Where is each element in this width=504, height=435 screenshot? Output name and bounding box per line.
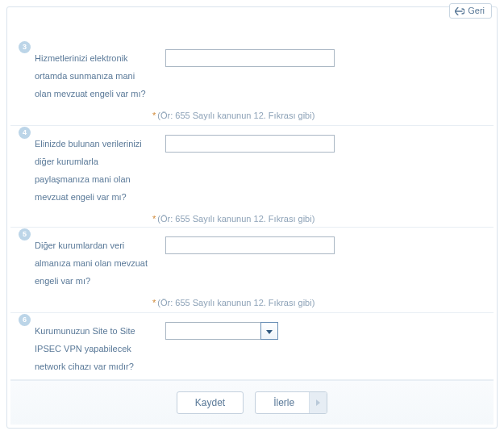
question-6-selected-value: [165, 322, 260, 340]
back-arrow-icon: [455, 7, 464, 15]
question-3-input[interactable]: [165, 49, 335, 67]
next-button[interactable]: İlerle: [255, 391, 327, 414]
chevron-right-icon: [309, 392, 327, 413]
question-3-hint-text: (Ör: 655 Sayılı kanunun 12. Fıkrası gibi…: [157, 111, 314, 120]
page: Geri 3 Hizmetlerinizi elektronik ortamda…: [0, 0, 504, 435]
save-button[interactable]: Kaydet: [177, 391, 244, 414]
question-6-number: 6: [19, 314, 31, 326]
question-3-label: Hizmetlerinizi elektronik ortamda sunman…: [35, 49, 152, 102]
question-4-number: 4: [19, 127, 31, 139]
question-5-hint: *(Ör: 655 Sayılı kanunun 12. Fıkrası gib…: [152, 298, 314, 307]
question-4-input[interactable]: [165, 135, 335, 153]
question-6-label: Kurumunuzun Site to Site IPSEC VPN yapab…: [35, 322, 152, 375]
form-panel: Geri 3 Hizmetlerinizi elektronik ortamda…: [6, 6, 498, 429]
required-asterisk: *: [152, 214, 156, 224]
chevron-down-icon: [266, 324, 273, 338]
back-label: Geri: [468, 6, 485, 15]
question-6-select[interactable]: [165, 322, 278, 340]
question-3-hint: *(Ör: 655 Sayılı kanunun 12. Fıkrası gib…: [152, 111, 314, 120]
question-4-hint: *(Ör: 655 Sayılı kanunun 12. Fıkrası gib…: [152, 214, 314, 224]
required-asterisk: *: [152, 111, 156, 120]
question-5-input[interactable]: [165, 236, 335, 254]
back-button[interactable]: Geri: [449, 3, 492, 19]
required-asterisk: *: [152, 298, 156, 307]
question-5-label: Diğer kurumlardan veri almanıza mani ola…: [35, 236, 152, 290]
question-5-hint-text: (Ör: 655 Sayılı kanunun 12. Fıkrası gibi…: [157, 298, 314, 307]
footer-bar: Kaydet İlerle: [10, 379, 494, 425]
divider: [10, 125, 494, 126]
question-3-number: 3: [19, 41, 31, 53]
next-button-label: İlerle: [273, 397, 309, 408]
question-4-hint-text: (Ör: 655 Sayılı kanunun 12. Fıkrası gibi…: [157, 214, 314, 224]
question-4-label: Elinizde bulunan verilerinizi diğer kuru…: [35, 135, 152, 206]
question-5-number: 5: [19, 228, 31, 241]
save-button-label: Kaydet: [195, 397, 225, 408]
question-6-dropdown-button[interactable]: [260, 322, 278, 340]
divider: [10, 312, 494, 313]
divider: [10, 227, 494, 228]
